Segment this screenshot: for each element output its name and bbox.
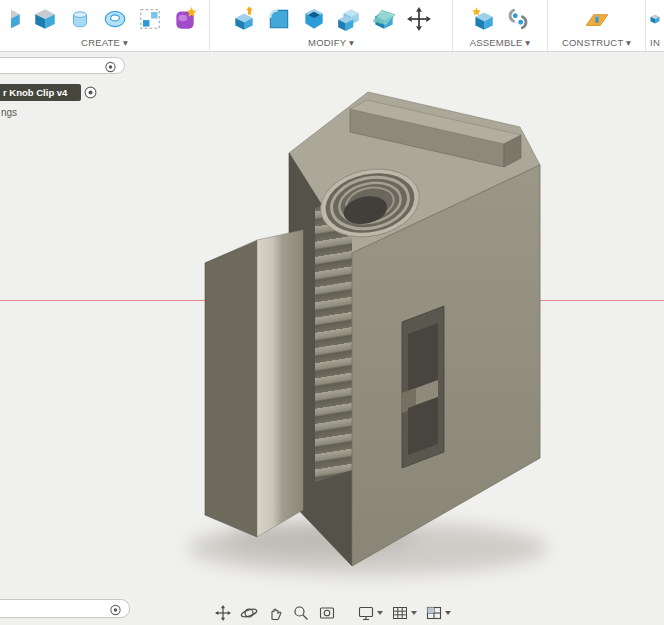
combine-icon[interactable] <box>336 6 362 32</box>
box-icon[interactable] <box>32 6 58 32</box>
shell-icon[interactable] <box>301 6 327 32</box>
toolbar-group-inspect: IN <box>646 0 664 51</box>
pan-icon[interactable] <box>213 603 232 622</box>
thread-cross-section <box>315 196 352 482</box>
left-arm <box>205 230 303 537</box>
construct-menu-label[interactable]: CONSTRUCT ▾ <box>562 37 631 48</box>
fillet-icon[interactable] <box>266 6 292 32</box>
document-activate-radio[interactable] <box>83 85 98 100</box>
new-component-icon[interactable] <box>470 6 496 32</box>
assemble-menu-label[interactable]: ASSEMBLE ▾ <box>470 37 531 48</box>
toolbar-group-create: CREATE ▾ <box>0 0 210 51</box>
navigation-bar <box>213 603 451 622</box>
coil-icon[interactable] <box>102 6 128 32</box>
viewports-control[interactable] <box>424 603 451 622</box>
timeline-panel-collapsed <box>0 599 130 618</box>
orbit-icon[interactable] <box>239 603 258 622</box>
modify-menu-label[interactable]: MODIFY ▾ <box>308 37 354 48</box>
viewport-3d[interactable] <box>0 0 664 625</box>
cylinder-icon[interactable] <box>67 6 93 32</box>
toolbar-group-assemble: ASSEMBLE ▾ <box>453 0 548 51</box>
press-pull-icon[interactable] <box>231 6 257 32</box>
move-copy-icon[interactable] <box>406 6 432 32</box>
zoom-icon[interactable] <box>291 603 310 622</box>
display-settings-control[interactable] <box>356 603 383 622</box>
fit-icon[interactable] <box>317 603 336 622</box>
recess-pocket <box>402 306 444 468</box>
joint-icon[interactable] <box>505 6 531 32</box>
rectangular-pattern-icon[interactable] <box>137 6 163 32</box>
chevron-down-icon <box>377 611 383 615</box>
document-tab[interactable]: r Knob Clip v4 <box>0 84 81 101</box>
grid-icon[interactable] <box>390 603 409 622</box>
inspect-icon[interactable] <box>649 6 661 32</box>
browser-expand-button[interactable] <box>104 59 117 72</box>
browser-tree-item[interactable]: ngs <box>1 107 17 118</box>
toolbar-group-construct: CONSTRUCT ▾ <box>548 0 646 51</box>
viewports-icon[interactable] <box>424 603 443 622</box>
main-toolbar: CREATE ▾ MODIFY ▾ <box>0 0 664 52</box>
hand-pan-icon[interactable] <box>265 603 284 622</box>
model-door-knob-clip[interactable] <box>205 92 540 566</box>
chevron-down-icon <box>445 611 451 615</box>
toolbar-group-modify: MODIFY ▾ <box>210 0 453 51</box>
create-menu-label[interactable]: CREATE ▾ <box>81 37 128 48</box>
split-body-icon[interactable] <box>371 6 397 32</box>
inspect-menu-label[interactable]: IN <box>650 37 660 48</box>
timeline-expand-button[interactable] <box>109 602 122 615</box>
browser-panel-collapsed <box>0 57 125 74</box>
display-settings-icon[interactable] <box>356 603 375 622</box>
sketch-icon[interactable] <box>11 6 23 32</box>
grid-and-snaps-control[interactable] <box>390 603 417 622</box>
form-icon[interactable] <box>172 6 198 32</box>
chevron-down-icon <box>411 611 417 615</box>
construction-plane-icon[interactable] <box>584 6 610 32</box>
